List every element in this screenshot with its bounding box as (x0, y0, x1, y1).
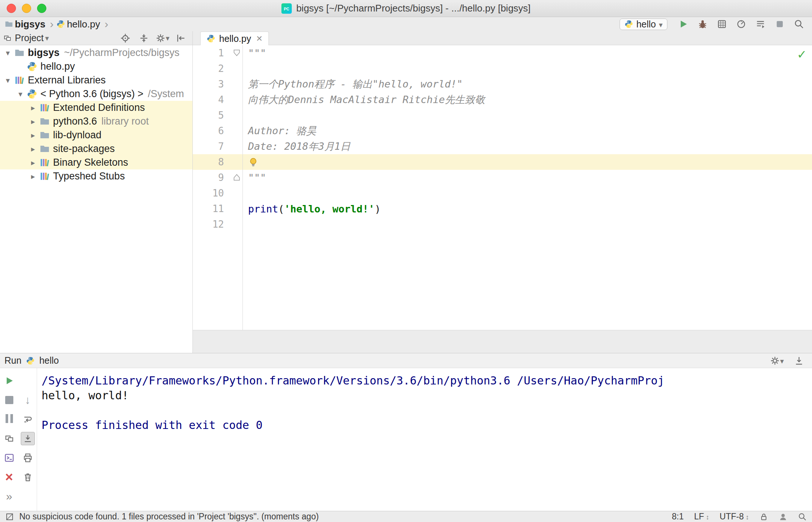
line-number[interactable]: 7 (193, 141, 224, 152)
pause-output-button[interactable] (2, 413, 16, 426)
intention-bulb-icon[interactable] (248, 157, 258, 167)
stop-process-button[interactable] (2, 393, 16, 407)
code-line[interactable]: 2 (193, 61, 812, 76)
code-editor[interactable]: 1 """ 2 3 第一个Python程序 - 输出"hello, world!… (193, 45, 812, 353)
line-number[interactable]: 4 (193, 94, 224, 105)
close-tab-button[interactable] (2, 470, 16, 484)
line-number[interactable]: 12 (193, 219, 224, 230)
console-output[interactable]: /System/Library/Frameworks/Python.framew… (37, 368, 812, 511)
code-line[interactable]: 1 """ (193, 45, 812, 61)
line-number[interactable]: 8 (193, 156, 224, 168)
tree-item-project-root[interactable]: bigsys ~/PycharmProjects/bigsys (0, 46, 192, 60)
profiler-button[interactable] (733, 18, 750, 30)
soft-wrap-button[interactable] (21, 413, 35, 426)
search-icon[interactable] (798, 512, 807, 521)
clear-all-button[interactable] (21, 470, 35, 484)
chevron-down-icon[interactable] (45, 34, 49, 43)
tree-item-python-sdk[interactable]: < Python 3.6 (bigsys) > /System (0, 87, 192, 101)
run-config-selector[interactable]: hello (620, 19, 667, 30)
restore-layout-button[interactable] (2, 432, 16, 445)
code-line[interactable]: 11 print('hello, world!') (193, 201, 812, 217)
zoom-window-button[interactable] (37, 4, 46, 13)
stop-button[interactable] (771, 18, 788, 30)
tree-item-binary-skeletons[interactable]: Binary Skeletons (0, 156, 192, 169)
fold-start-icon[interactable] (232, 48, 241, 57)
run-manage-button[interactable] (752, 18, 769, 30)
print-button[interactable] (21, 451, 35, 465)
tree-item-hello-py[interactable]: hello.py (0, 60, 192, 73)
rerun-button[interactable] (2, 374, 16, 387)
tree-item-typeshed-stubs[interactable]: Typeshed Stubs (0, 169, 192, 183)
chevron-down-icon[interactable] (3, 76, 13, 85)
chevron-right-icon[interactable] (28, 117, 38, 126)
code-line[interactable]: 12 (193, 217, 812, 232)
chevron-right-icon[interactable] (28, 172, 38, 181)
lock-icon[interactable] (759, 512, 768, 521)
chevron-down-icon[interactable] (3, 49, 13, 57)
hide-panel-button[interactable] (790, 354, 808, 367)
tree-item-lib-dynload[interactable]: lib-dynload (0, 128, 192, 142)
editor-empty-area[interactable] (193, 232, 812, 330)
code-line[interactable]: 6 Author: 骆昊 (193, 123, 812, 139)
settings-button[interactable] (154, 32, 171, 44)
run-button[interactable] (675, 18, 692, 30)
inspections-widget-icon[interactable] (5, 512, 14, 521)
code-line[interactable]: 3 第一个Python程序 - 输出"hello, world!" (193, 76, 812, 92)
search-everywhere-button[interactable] (790, 18, 808, 30)
code-line[interactable]: 4 向伟大的Dennis MacAlistair Ritchie先生致敬 (193, 92, 812, 108)
line-number[interactable]: 11 (193, 203, 224, 214)
tree-item-python36-root[interactable]: python3.6 library root (0, 115, 192, 128)
select-opened-file-button[interactable] (117, 32, 134, 44)
coverage-button[interactable] (713, 18, 730, 30)
titlebar: PC bigsys [~/PycharmProjects/bigsys] - .… (0, 0, 812, 17)
inspections-ok-icon[interactable] (797, 47, 807, 62)
scroll-to-end-button[interactable] (21, 432, 35, 445)
code-line[interactable]: 9 """ (193, 170, 812, 185)
code-line[interactable]: 5 (193, 108, 812, 123)
line-number[interactable]: 6 (193, 125, 224, 136)
gutter[interactable]: 1 (193, 45, 243, 61)
line-number[interactable]: 9 (193, 172, 224, 183)
chevron-right-icon[interactable] (28, 145, 38, 153)
line-number[interactable]: 5 (193, 110, 224, 121)
python-prompt-button[interactable] (2, 451, 16, 465)
run-config-name[interactable]: hello (39, 355, 59, 366)
more-actions-button[interactable] (2, 490, 16, 503)
breadcrumb-item-project[interactable]: bigsys (15, 19, 45, 30)
close-window-button[interactable] (7, 4, 16, 13)
run-config-label: hello (636, 19, 656, 30)
down-stack-trace-button[interactable] (21, 393, 35, 407)
collapse-all-button[interactable] (135, 32, 152, 44)
tab-hello-py[interactable]: hello.py (200, 32, 269, 45)
code-line[interactable]: 7 Date: 2018年3月1日 (193, 139, 812, 154)
fold-end-icon[interactable] (232, 173, 241, 182)
run-panel-title[interactable]: Run (4, 355, 22, 366)
debug-button[interactable] (694, 18, 711, 30)
caret-position-widget[interactable]: 8:1 (672, 512, 684, 522)
code-text: ( (278, 203, 284, 215)
code-text: Author: 骆昊 (248, 124, 316, 138)
chevron-right-icon[interactable] (28, 131, 38, 140)
settings-button[interactable] (768, 354, 785, 367)
chevron-down-icon[interactable] (16, 90, 25, 99)
minimize-window-button[interactable] (22, 4, 31, 13)
code-line-current[interactable]: 8 (193, 154, 812, 170)
line-number[interactable]: 2 (193, 63, 224, 74)
code-line[interactable]: 10 (193, 185, 812, 201)
chevron-right-icon[interactable] (28, 103, 38, 112)
line-number[interactable]: 1 (193, 47, 224, 59)
encoding-widget[interactable]: UTF-8 (720, 512, 749, 522)
project-panel-title[interactable]: Project (15, 33, 44, 43)
line-number[interactable]: 3 (193, 79, 224, 90)
chevron-right-icon[interactable] (28, 158, 38, 167)
gutter[interactable]: 9 (193, 170, 243, 185)
inspector-profile-icon[interactable] (779, 512, 788, 521)
close-icon[interactable] (255, 33, 262, 44)
tree-item-extended-definitions[interactable]: Extended Definitions (0, 101, 192, 115)
line-separator-widget[interactable]: LF (694, 512, 709, 522)
tree-item-external-libraries[interactable]: External Libraries (0, 73, 192, 87)
hide-panel-button[interactable] (172, 32, 189, 44)
line-number[interactable]: 10 (193, 188, 224, 199)
breadcrumb-item-file[interactable]: hello.py (67, 19, 100, 30)
tree-item-site-packages[interactable]: site-packages (0, 142, 192, 156)
